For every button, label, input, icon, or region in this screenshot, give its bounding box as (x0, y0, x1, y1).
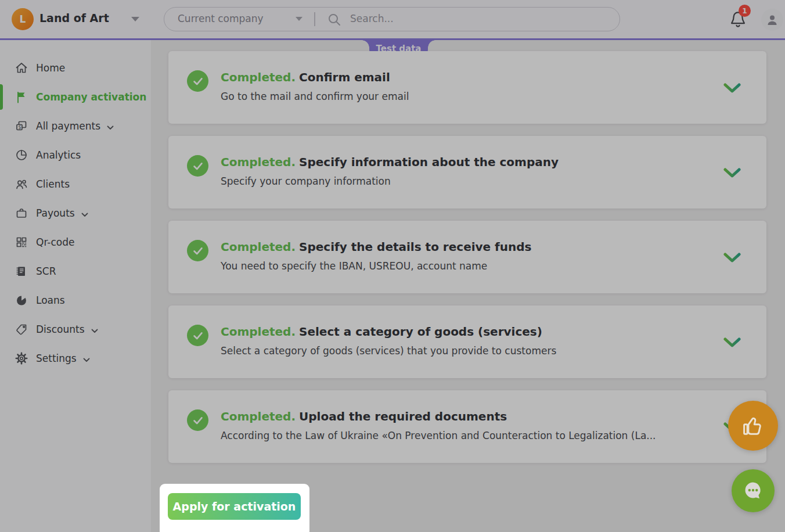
app-root: L Land of Art Current company Search... … (0, 0, 785, 532)
feedback-button[interactable] (728, 401, 778, 451)
chat-bubble-icon (741, 479, 765, 502)
apply-for-activation-button[interactable]: Apply for activation (168, 493, 301, 520)
tutorial-overlay (0, 0, 785, 532)
thumbs-up-icon (740, 413, 766, 438)
chat-support-button[interactable] (732, 469, 775, 512)
